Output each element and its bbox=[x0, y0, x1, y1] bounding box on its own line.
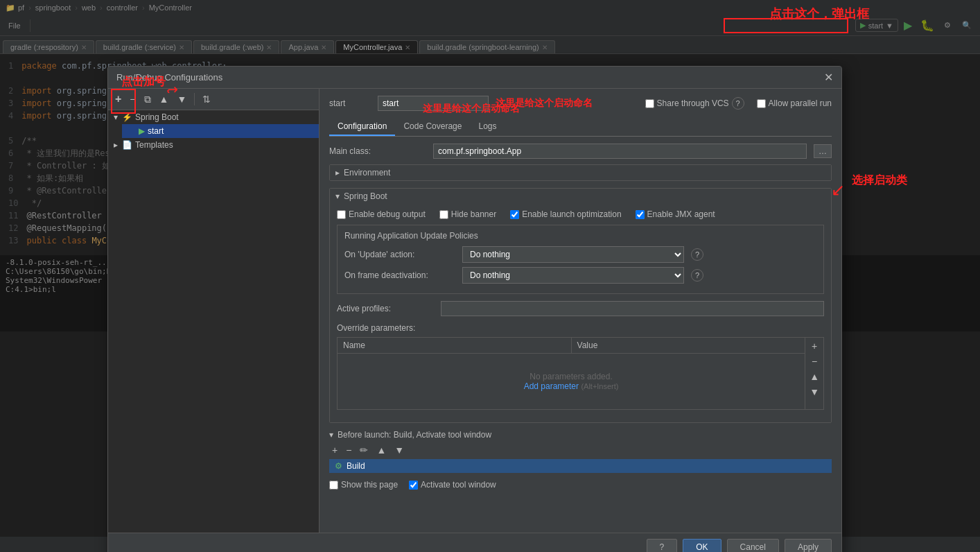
main-class-label: Main class: bbox=[329, 146, 426, 156]
active-profiles-input[interactable] bbox=[441, 301, 824, 316]
running-app-policies: Running Application Update Policies On '… bbox=[337, 225, 824, 294]
before-launch-section: ▾ Before launch: Build, Activate tool wi… bbox=[329, 430, 832, 473]
on-update-label: On 'Update' action: bbox=[344, 250, 455, 259]
right-config-panel: start 这里是给这个启动命名 Share through VCS ? All… bbox=[320, 89, 841, 533]
dialog-title-bar: Run/Debug Configurations ✕ bbox=[108, 67, 841, 89]
bl-remove-button[interactable]: − bbox=[343, 444, 354, 456]
main-class-browse-btn[interactable]: … bbox=[814, 144, 832, 158]
enable-launch-item: Enable launch optimization bbox=[510, 209, 621, 219]
build-row: ⚙ Build bbox=[329, 459, 832, 473]
no-params-text: No parameters added. bbox=[530, 372, 612, 381]
on-update-help[interactable]: ? bbox=[691, 248, 703, 261]
spring-boot-header[interactable]: ▾ Spring Boot bbox=[330, 189, 831, 204]
enable-jmx-label: Enable JMX agent bbox=[647, 209, 715, 219]
bl-up-button[interactable]: ▲ bbox=[374, 444, 389, 456]
add-param-row: Add parameter (Alt+Insert) bbox=[524, 381, 619, 391]
move-down-button[interactable]: ▼ bbox=[174, 92, 189, 106]
main-class-input[interactable] bbox=[433, 144, 807, 159]
tree-item-start-label: start bbox=[148, 126, 164, 136]
tree-spring-boot-group[interactable]: ▾ ⚡ Spring Boot bbox=[108, 110, 319, 124]
enable-jmx-item: Enable JMX agent bbox=[636, 209, 715, 219]
add-param-button[interactable]: + bbox=[807, 339, 822, 353]
bottom-checks: Show this page Activate tool window bbox=[329, 480, 832, 490]
allow-parallel-checkbox[interactable] bbox=[757, 99, 766, 108]
hide-banner-checkbox[interactable] bbox=[439, 210, 448, 219]
share-vcs-text: Share through VCS bbox=[657, 98, 729, 108]
spring-boot-group-label: Spring Boot bbox=[135, 112, 179, 122]
build-icon: ⚙ bbox=[335, 461, 342, 471]
remove-param-button[interactable]: − bbox=[807, 354, 822, 368]
environment-header[interactable]: ▸ Environment bbox=[330, 165, 831, 180]
name-row: start 这里是给这个启动命名 Share through VCS ? All… bbox=[329, 96, 832, 111]
tree-item-start[interactable]: ▶ start bbox=[122, 124, 319, 138]
active-profiles-label: Active profiles: bbox=[337, 304, 434, 313]
activate-tool-label: Activate tool window bbox=[421, 480, 496, 490]
on-frame-help[interactable]: ? bbox=[691, 269, 703, 282]
enable-launch-label: Enable launch optimization bbox=[522, 209, 621, 219]
params-main: Name Value No parameters added. Add para… bbox=[338, 338, 805, 409]
sb-collapse-icon: ▾ bbox=[335, 191, 340, 201]
share-vcs-help[interactable]: ? bbox=[732, 97, 744, 110]
config-tabs: Configuration Code Coverage Logs bbox=[329, 118, 832, 137]
bl-add-button[interactable]: + bbox=[329, 444, 340, 456]
enable-debug-item: Enable debug output bbox=[337, 209, 426, 219]
tab-configuration[interactable]: Configuration bbox=[329, 118, 395, 136]
params-col-value: Value bbox=[572, 338, 805, 353]
environment-section: ▸ Environment bbox=[329, 164, 832, 181]
show-page-item: Show this page bbox=[329, 480, 398, 490]
sort-button[interactable]: ⇅ bbox=[200, 92, 213, 106]
policies-title: Running Application Update Policies bbox=[344, 231, 816, 241]
apply-button[interactable]: Apply bbox=[785, 539, 832, 552]
params-empty-state: No parameters added. Add parameter (Alt+… bbox=[338, 354, 805, 409]
enable-jmx-checkbox[interactable] bbox=[636, 210, 645, 219]
add-parameter-link[interactable]: Add parameter bbox=[524, 381, 579, 391]
show-page-label: Show this page bbox=[341, 480, 398, 490]
bl-down-button[interactable]: ▼ bbox=[392, 444, 407, 456]
add-config-button[interactable]: + bbox=[112, 92, 124, 107]
scroll-up-button[interactable]: ▲ bbox=[807, 370, 822, 383]
params-header: Name Value bbox=[338, 338, 805, 354]
params-body: No parameters added. Add parameter (Alt+… bbox=[338, 354, 805, 409]
on-frame-row: On frame deactivation: Do nothing Update… bbox=[344, 267, 816, 284]
show-page-checkbox[interactable] bbox=[329, 481, 338, 490]
dialog-footer: ? OK Cancel Apply bbox=[108, 533, 841, 552]
share-vcs-checkbox[interactable] bbox=[645, 99, 654, 108]
before-launch-header: ▾ Before launch: Build, Activate tool wi… bbox=[329, 430, 832, 440]
help-button[interactable]: ? bbox=[647, 539, 678, 552]
share-vcs-label: Share through VCS ? bbox=[645, 97, 744, 110]
copy-config-button[interactable]: ⧉ bbox=[141, 92, 154, 107]
allow-parallel-label: Allow parallel run bbox=[757, 98, 832, 108]
env-expand-icon: ▸ bbox=[335, 168, 340, 178]
left-panel-toolbar: + − ⧉ ▲ ▼ ⇅ bbox=[108, 89, 319, 110]
expand-icon: ▸ bbox=[114, 140, 118, 150]
move-up-button[interactable]: ▲ bbox=[157, 92, 172, 106]
templates-icon: 📄 bbox=[122, 140, 132, 150]
ok-button[interactable]: OK bbox=[683, 539, 721, 552]
active-profiles-row: Active profiles: bbox=[337, 301, 824, 316]
tab-code-coverage[interactable]: Code Coverage bbox=[395, 118, 470, 136]
environment-label: Environment bbox=[344, 168, 390, 178]
name-input[interactable] bbox=[378, 96, 489, 111]
spring-boot-checkboxes: Enable debug output Hide banner Enable l… bbox=[337, 209, 824, 219]
scroll-down-button[interactable]: ▼ bbox=[807, 385, 822, 399]
cancel-button[interactable]: Cancel bbox=[727, 539, 779, 552]
dialog-body: + − ⧉ ▲ ▼ ⇅ ▾ ⚡ Spring Boot ▶ start bbox=[108, 89, 841, 533]
enable-launch-checkbox[interactable] bbox=[510, 210, 519, 219]
activate-tool-item: Activate tool window bbox=[409, 480, 496, 490]
params-table: Name Value No parameters added. Add para… bbox=[337, 337, 824, 410]
left-config-panel: + − ⧉ ▲ ▼ ⇅ ▾ ⚡ Spring Boot ▶ start bbox=[108, 89, 320, 533]
on-update-select[interactable]: Do nothing Update resources Update class… bbox=[462, 246, 684, 263]
override-params-section: Override parameters: Name Value bbox=[337, 323, 824, 410]
bl-edit-button[interactable]: ✏ bbox=[357, 444, 371, 456]
on-frame-select[interactable]: Do nothing Update resources Update class… bbox=[462, 267, 684, 284]
tab-logs[interactable]: Logs bbox=[470, 118, 505, 136]
dialog-title-text: Run/Debug Configurations bbox=[116, 72, 222, 83]
override-params-label: Override parameters: bbox=[337, 323, 824, 333]
remove-config-button[interactable]: − bbox=[127, 92, 138, 106]
tree-item-templates[interactable]: ▸ 📄 Templates bbox=[108, 138, 319, 152]
dialog-close-button[interactable]: ✕ bbox=[824, 71, 833, 84]
name-annotation: 这里是给这个启动命名 bbox=[496, 97, 593, 110]
on-frame-label: On frame deactivation: bbox=[344, 270, 455, 280]
enable-debug-checkbox[interactable] bbox=[337, 210, 346, 219]
activate-tool-checkbox[interactable] bbox=[409, 481, 418, 490]
